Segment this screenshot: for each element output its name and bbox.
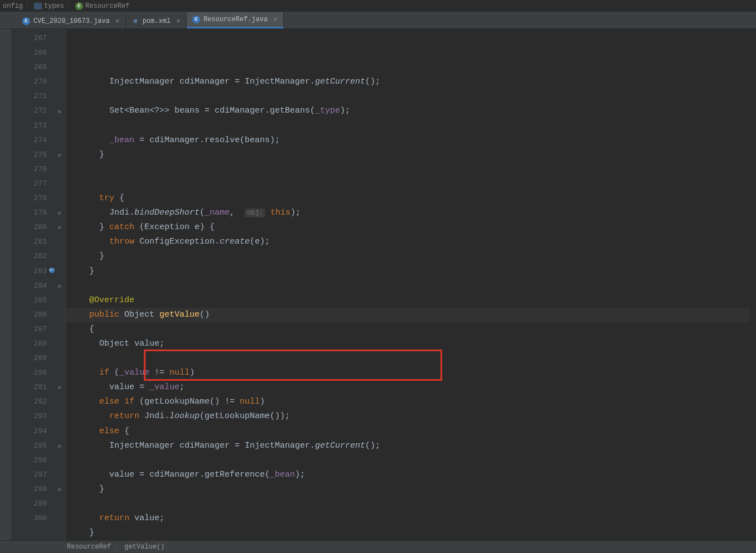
line-number[interactable]: 280 <box>12 220 47 235</box>
line-number[interactable]: 282 <box>12 249 47 264</box>
close-icon[interactable]: × <box>176 17 181 26</box>
tab-resourceref-java[interactable]: CResourceRef.java× <box>187 12 284 28</box>
breadcrumb-item-resourceref[interactable]: C ResourceRef <box>75 2 129 10</box>
tab-pom-xml[interactable]: mpom.xml× <box>126 14 187 28</box>
code-area[interactable]: InjectManager cdiManager = InjectManager… <box>66 29 756 540</box>
code-line[interactable]: } <box>69 249 756 264</box>
code-line[interactable]: public Object getValue() <box>69 308 756 322</box>
tab-cve_2020_10673-java[interactable]: CCVE_2020_10673.java× <box>17 14 126 28</box>
line-number[interactable]: 269 <box>12 60 47 75</box>
fold-icon[interactable]: ⊟ <box>58 152 63 157</box>
folder-icon <box>34 3 42 9</box>
code-line[interactable] <box>69 453 756 468</box>
line-number[interactable]: 279 <box>12 206 47 220</box>
fold-column[interactable]: ⊟⊟⊟⊟⊟⊟⊟⊟ <box>57 29 66 540</box>
line-number[interactable]: 274 <box>12 133 47 148</box>
code-line[interactable] <box>69 89 756 104</box>
code-line[interactable]: try { <box>69 191 756 206</box>
code-line[interactable]: Set<Bean<?>> beans = cdiManager.getBeans… <box>69 104 756 118</box>
close-icon[interactable]: × <box>273 16 278 24</box>
line-number[interactable]: 267 <box>12 31 47 46</box>
code-line[interactable]: } <box>69 148 756 162</box>
code-line[interactable]: Jndi.bindDeepShort(_name, obj: this); <box>69 206 756 220</box>
override-icon[interactable]: o↑ <box>49 268 55 273</box>
line-number[interactable]: 288 <box>12 337 47 351</box>
code-line[interactable]: } <box>69 264 756 279</box>
project-tool-strip[interactable] <box>0 29 12 540</box>
code-line[interactable]: InjectManager cdiManager = InjectManager… <box>69 439 756 453</box>
chevron-right-icon: 〉 <box>25 1 32 11</box>
line-number[interactable]: 268 <box>12 46 47 60</box>
code-line[interactable]: } catch (Exception e) { <box>69 220 756 235</box>
line-number[interactable]: 299 <box>12 497 47 511</box>
code-line[interactable]: return Jndi.lookup(getLookupName()); <box>69 409 756 424</box>
fold-icon[interactable]: ⊟ <box>58 443 63 448</box>
fold-icon[interactable]: ⊟ <box>58 225 63 230</box>
line-number[interactable]: 290 <box>12 366 47 380</box>
vertical-scrollbar[interactable] <box>749 29 756 540</box>
line-number[interactable]: 275 <box>12 148 47 162</box>
line-number[interactable]: 276 <box>12 162 47 177</box>
code-line[interactable]: if (_value != null) <box>69 366 756 380</box>
line-number[interactable]: 281 <box>12 235 47 249</box>
code-line[interactable] <box>69 540 756 553</box>
breadcrumb-item-types[interactable]: types <box>34 2 64 10</box>
line-number[interactable]: 297 <box>12 468 47 482</box>
line-number[interactable]: 273 <box>12 119 47 133</box>
code-line[interactable]: } <box>69 482 756 497</box>
line-number[interactable]: 295 <box>12 439 47 453</box>
tab-label: pom.xml <box>143 17 171 25</box>
line-number[interactable]: 289 <box>12 351 47 366</box>
line-number[interactable]: 278 <box>12 191 47 206</box>
line-number[interactable]: 298 <box>12 482 47 497</box>
java-class-icon: C <box>192 16 200 23</box>
fold-icon[interactable]: ⊟ <box>58 283 63 288</box>
line-gutter[interactable]: 2672682692702712722732742752762772782792… <box>12 29 57 540</box>
fold-icon[interactable]: ⊟ <box>58 385 63 390</box>
line-number[interactable]: 287 <box>12 322 47 337</box>
code-line[interactable] <box>69 162 756 177</box>
code-line[interactable]: } <box>69 526 756 540</box>
code-line[interactable] <box>69 119 756 133</box>
fold-icon[interactable]: ⊟ <box>58 487 63 492</box>
line-number[interactable]: 272 <box>12 104 47 118</box>
line-number[interactable]: 286 <box>12 308 47 322</box>
breadcrumb: onfig 〉 types 〉 C ResourceRef <box>0 0 756 12</box>
fold-icon[interactable]: ⊟ <box>58 109 63 114</box>
line-number[interactable]: 291 <box>12 380 47 395</box>
line-number[interactable]: 285 <box>12 293 47 308</box>
maven-icon: m <box>132 17 139 25</box>
line-number[interactable]: 296 <box>12 453 47 468</box>
code-line[interactable]: value = cdiManager.getReference(_bean); <box>69 468 756 482</box>
line-number[interactable]: 284 <box>12 279 47 293</box>
editor: 2672682692702712722732742752762772782792… <box>0 29 756 540</box>
editor-tabs: CCVE_2020_10673.java×mpom.xml×CResourceR… <box>0 12 756 29</box>
line-number[interactable]: 292 <box>12 395 47 409</box>
code-line[interactable]: value = _value; <box>69 380 756 395</box>
code-line[interactable]: Object value; <box>69 337 756 351</box>
code-line[interactable] <box>69 177 756 191</box>
code-line[interactable] <box>69 497 756 511</box>
code-line[interactable]: InjectManager cdiManager = InjectManager… <box>69 75 756 89</box>
code-line[interactable] <box>69 279 756 293</box>
breadcrumb-item-config[interactable]: onfig <box>3 2 23 10</box>
code-line[interactable]: { <box>69 322 756 337</box>
line-number[interactable]: 294 <box>12 424 47 439</box>
code-line[interactable]: else if (getLookupName() != null) <box>69 395 756 409</box>
line-number[interactable]: 270 <box>12 75 47 89</box>
code-line[interactable]: return value; <box>69 511 756 526</box>
tab-label: CVE_2020_10673.java <box>33 17 110 25</box>
code-line[interactable]: throw ConfigException.create(e); <box>69 235 756 249</box>
code-line[interactable]: _bean = cdiManager.resolve(beans); <box>69 133 756 148</box>
line-number[interactable]: 300 <box>12 511 47 526</box>
line-number[interactable]: 271 <box>12 89 47 104</box>
line-number[interactable]: 283o↑ <box>12 264 47 279</box>
close-icon[interactable]: × <box>115 17 120 26</box>
code-line[interactable]: @Override <box>69 293 756 308</box>
fold-icon[interactable]: ⊟ <box>58 210 63 215</box>
code-line[interactable]: else { <box>69 424 756 439</box>
class-icon: C <box>75 2 83 10</box>
line-number[interactable]: 293 <box>12 409 47 424</box>
line-number[interactable]: 277 <box>12 177 47 191</box>
code-line[interactable] <box>69 351 756 366</box>
